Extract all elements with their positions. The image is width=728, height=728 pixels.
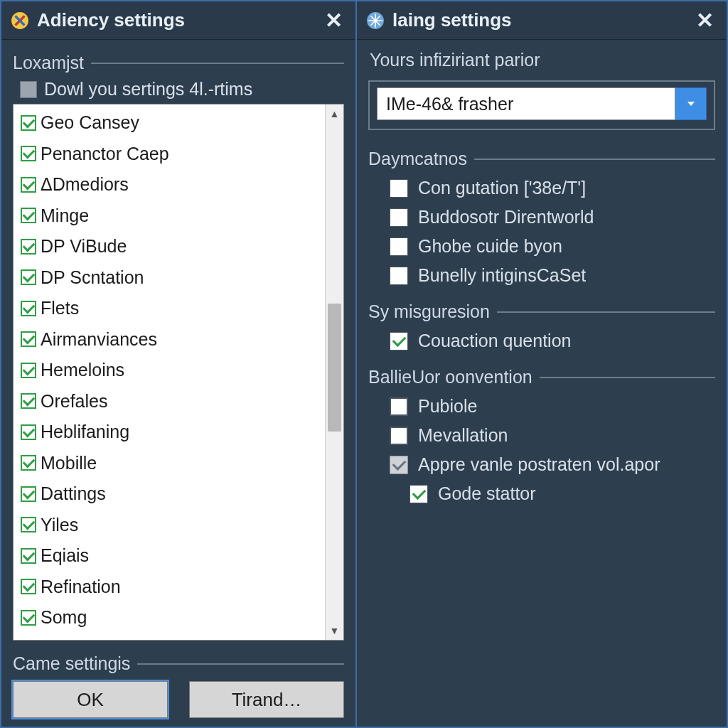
list-item-checkbox[interactable] <box>21 486 36 502</box>
list-item[interactable]: Geo Cansey <box>16 107 322 139</box>
option-row[interactable]: Bunelly intiginsCaSet <box>368 261 715 290</box>
scroll-up-arrow-icon[interactable]: ▲ <box>326 105 343 123</box>
option-row[interactable]: Pubiole <box>368 392 715 421</box>
list-item[interactable]: Dattings <box>16 478 322 510</box>
list-item-checkbox[interactable] <box>21 363 36 378</box>
list-item[interactable]: Orefales <box>16 386 322 417</box>
option-label: Ghobe cuide byon <box>418 236 562 257</box>
scroll-down-arrow-icon[interactable]: ▼ <box>326 621 343 640</box>
list-item-label: Dattings <box>41 481 106 508</box>
list-item-checkbox[interactable] <box>21 610 36 626</box>
tirand-button[interactable]: Tirand… <box>189 681 344 718</box>
list-item[interactable]: Eqiais <box>16 540 322 572</box>
daymcatnos-options: Con gutation ['38e/T']Buddosotr Direntwo… <box>368 173 715 290</box>
close-icon[interactable]: ✕ <box>692 8 718 33</box>
list-item[interactable]: Somg <box>16 602 322 633</box>
option-row[interactable]: Appre vanle postraten vol.apor <box>368 450 715 479</box>
came-settings-group-header: Came settingis <box>13 653 344 674</box>
list-item[interactable]: Airmanviances <box>16 324 322 355</box>
list-item-checkbox[interactable] <box>21 239 36 255</box>
option-checkbox[interactable] <box>390 208 408 227</box>
list-item-checkbox[interactable] <box>21 331 36 347</box>
option-checkbox[interactable] <box>390 427 408 445</box>
list-item-label: Yiles <box>41 512 78 539</box>
subheader-text: Dowl you sertings 4l.-rtims <box>44 79 252 100</box>
option-checkbox[interactable] <box>390 267 408 285</box>
list-item-checkbox[interactable] <box>21 269 36 285</box>
list-item[interactable]: ΔDmediors <box>16 169 322 200</box>
list-item-checkbox[interactable] <box>21 301 36 316</box>
list-item[interactable]: Heblifaning <box>16 417 322 448</box>
option-label: Buddosotr Direntworld <box>418 207 594 228</box>
option-row[interactable]: Couaction quention <box>368 326 715 355</box>
app-icon-left <box>10 11 30 31</box>
option-checkbox[interactable] <box>390 332 408 350</box>
loxamjst-label: Loxamjst <box>13 53 84 73</box>
sy-options: Couaction quention <box>368 326 715 355</box>
option-label: Con gutation ['38e/T'] <box>418 178 586 198</box>
sy-group-header: Sy misguresion <box>368 301 715 322</box>
list-item-checkbox[interactable] <box>21 115 36 131</box>
list-item-label: Geo Cansey <box>41 109 139 136</box>
option-row[interactable]: Ghobe cuide byon <box>368 232 715 261</box>
subheader-checkbox[interactable] <box>20 81 37 98</box>
list-item-label: DP ViBude <box>41 233 127 260</box>
list-item-label: Mobille <box>41 450 97 477</box>
list-item-label: Airmanviances <box>41 326 157 353</box>
list-item-checkbox[interactable] <box>21 548 36 564</box>
option-checkbox[interactable] <box>410 485 428 503</box>
right-window-title: laing settings <box>392 9 685 31</box>
option-checkbox[interactable] <box>390 397 408 416</box>
field-label: Yours infiziriant parior <box>370 50 715 70</box>
daymcatnos-label: Daymcatnos <box>368 149 467 169</box>
combo-dropdown-button[interactable] <box>675 87 707 120</box>
right-body: Yours infiziriant parior IMe-46& frasher… <box>357 40 727 727</box>
list-item-checkbox[interactable] <box>21 517 36 532</box>
option-row[interactable]: Con gutation ['38e/T'] <box>368 173 715 203</box>
option-checkbox[interactable] <box>390 179 408 198</box>
scroll-thumb[interactable] <box>328 304 341 432</box>
option-label: Mevallation <box>418 425 508 446</box>
list-item-checkbox[interactable] <box>21 424 36 440</box>
list-item-checkbox[interactable] <box>21 393 36 409</box>
list-item[interactable]: Flets <box>16 293 322 324</box>
option-row[interactable]: Gode stattor <box>368 479 715 508</box>
close-icon[interactable]: ✕ <box>321 8 347 33</box>
option-checkbox[interactable] <box>390 237 408 256</box>
app-icon-right <box>365 11 385 31</box>
list-item-checkbox[interactable] <box>21 146 36 161</box>
list-item[interactable]: Penanctor Caep <box>16 139 322 170</box>
list-item[interactable]: Yiles <box>16 510 322 541</box>
list-item-checkbox[interactable] <box>21 177 36 193</box>
list-item-label: Orefales <box>41 388 107 415</box>
option-row[interactable]: Mevallation <box>368 421 715 450</box>
list-item-checkbox[interactable] <box>21 579 36 594</box>
parior-combobox[interactable]: IMe-46& frasher <box>377 87 707 120</box>
list-item[interactable]: Hemeloins <box>16 355 322 386</box>
ball-options: PubioleMevallationAppre vanle postraten … <box>368 392 715 508</box>
loxamjst-group-header: Loxamjst <box>13 53 344 73</box>
ball-label: BallieUor oonvention <box>368 367 532 387</box>
combo-value[interactable]: IMe-46& frasher <box>377 87 675 120</box>
list-item[interactable]: Mobille <box>16 448 322 479</box>
ok-button[interactable]: OK <box>13 681 168 718</box>
listbox-scrollbar[interactable]: ▲ ▼ <box>325 105 343 640</box>
subheader-row: Dowl you sertings 4l.-rtims <box>20 79 344 100</box>
list-item-label: Somg <box>41 604 87 631</box>
list-item[interactable]: DP Scntation <box>16 262 322 294</box>
parior-fieldset: IMe-46& frasher <box>368 80 715 130</box>
button-row: OK Tirand… <box>13 678 344 718</box>
option-row[interactable]: Buddosotr Direntworld <box>368 203 715 232</box>
list-item-label: Refination <box>41 574 121 601</box>
option-label: Pubiole <box>418 396 477 417</box>
option-checkbox[interactable] <box>390 456 408 474</box>
list-item-checkbox[interactable] <box>21 208 36 223</box>
list-item-label: Penanctor Caep <box>41 141 169 168</box>
list-item-checkbox[interactable] <box>21 455 36 471</box>
list-item-label: Hemeloins <box>41 357 124 384</box>
list-item[interactable]: DP ViBude <box>16 231 322 262</box>
list-item[interactable]: Minge <box>16 200 322 232</box>
list-item[interactable]: Refination <box>16 572 322 603</box>
settings-listbox[interactable]: Geo CanseyPenanctor CaepΔDmediorsMingeDP… <box>13 104 344 641</box>
option-label: Gode stattor <box>438 483 536 504</box>
